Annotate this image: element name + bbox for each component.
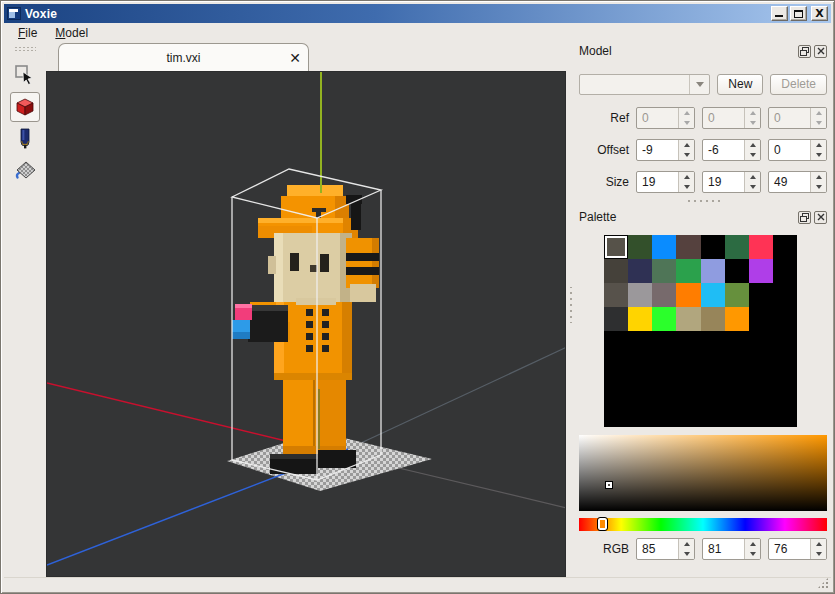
palette-dock-float-button[interactable] — [798, 211, 811, 224]
ref-z-spinbox[interactable]: 0 — [768, 107, 827, 129]
resize-grip[interactable] — [817, 577, 829, 589]
palette-swatch[interactable] — [676, 283, 700, 307]
spin-down-button[interactable] — [811, 182, 826, 192]
spin-up-button[interactable] — [679, 539, 694, 549]
spin-down-button[interactable] — [745, 118, 760, 128]
spinner-buttons[interactable] — [810, 172, 826, 192]
spinner-buttons[interactable] — [744, 108, 760, 128]
document-tab[interactable]: tim.vxi ✕ — [58, 43, 309, 72]
spinner-buttons[interactable] — [744, 172, 760, 192]
spinner-buttons[interactable] — [678, 539, 694, 559]
ref-x-spinbox[interactable]: 0 — [636, 107, 695, 129]
palette-swatch[interactable] — [701, 307, 725, 331]
palette-swatch[interactable] — [773, 307, 797, 331]
rgb-r-spinbox[interactable]: 85 — [636, 538, 695, 560]
spin-up-button[interactable] — [679, 108, 694, 118]
hue-slider[interactable] — [579, 518, 827, 531]
spin-down-button[interactable] — [811, 118, 826, 128]
rgb-b-spinbox[interactable]: 76 — [768, 538, 827, 560]
spin-down-button[interactable] — [745, 182, 760, 192]
saturation-value-picker[interactable] — [579, 435, 827, 511]
spin-up-button[interactable] — [811, 172, 826, 182]
palette-swatch[interactable] — [604, 283, 628, 307]
palette-swatch[interactable] — [652, 235, 676, 259]
size-z-spinbox[interactable]: 49 — [768, 171, 827, 193]
tab-close-button[interactable]: ✕ — [282, 47, 308, 69]
dock-splitter-handle[interactable] — [579, 193, 827, 209]
model-dock-float-button[interactable] — [798, 45, 811, 58]
viewport-3d[interactable] — [46, 71, 566, 577]
palette-swatch[interactable] — [604, 307, 628, 331]
spin-up-button[interactable] — [745, 108, 760, 118]
palette-swatch[interactable] — [628, 235, 652, 259]
new-button[interactable]: New — [717, 74, 763, 95]
palette-swatch[interactable] — [749, 259, 773, 283]
model-select-dropdown[interactable] — [579, 74, 710, 95]
palette-swatch[interactable] — [652, 283, 676, 307]
palette-swatch[interactable] — [628, 259, 652, 283]
spin-up-button[interactable] — [679, 172, 694, 182]
model-dock-close-button[interactable] — [814, 45, 827, 58]
palette-swatch[interactable] — [773, 283, 797, 307]
panel-splitter-handle[interactable] — [567, 287, 575, 323]
title-bar[interactable]: Voxie X — [4, 4, 831, 23]
minimize-button[interactable] — [771, 6, 788, 21]
spinner-buttons[interactable] — [810, 140, 826, 160]
spin-up-button[interactable] — [811, 539, 826, 549]
spin-up-button[interactable] — [811, 108, 826, 118]
palette-swatch[interactable] — [628, 307, 652, 331]
spinner-buttons[interactable] — [678, 140, 694, 160]
palette-swatch[interactable] — [676, 307, 700, 331]
menu-file[interactable]: File — [10, 24, 45, 42]
palette-swatch[interactable] — [701, 283, 725, 307]
palette-swatch[interactable] — [604, 259, 628, 283]
size-x-spinbox[interactable]: 19 — [636, 171, 695, 193]
palette-swatch[interactable] — [701, 235, 725, 259]
menu-model[interactable]: Model — [47, 24, 96, 42]
spin-up-button[interactable] — [745, 172, 760, 182]
palette-swatch[interactable] — [676, 235, 700, 259]
voxel-cube-tool-button[interactable] — [10, 92, 40, 122]
spinner-buttons[interactable] — [678, 172, 694, 192]
palette-swatch[interactable] — [773, 259, 797, 283]
palette-swatch[interactable] — [628, 283, 652, 307]
spinner-buttons[interactable] — [744, 539, 760, 559]
spinner-buttons[interactable] — [678, 108, 694, 128]
palette-swatch[interactable] — [652, 307, 676, 331]
toolbar-drag-handle[interactable] — [14, 46, 36, 53]
palette-swatch[interactable] — [749, 307, 773, 331]
palette-dock-close-button[interactable] — [814, 211, 827, 224]
select-tool-button[interactable] — [10, 60, 40, 90]
offset-y-spinbox[interactable]: -6 — [702, 139, 761, 161]
palette-swatch[interactable] — [725, 283, 749, 307]
spin-up-button[interactable] — [745, 539, 760, 549]
palette-swatch[interactable] — [749, 283, 773, 307]
palette-swatch[interactable] — [604, 235, 628, 259]
hue-marker[interactable] — [597, 517, 608, 531]
spin-down-button[interactable] — [811, 549, 826, 559]
spin-down-button[interactable] — [679, 549, 694, 559]
size-y-spinbox[interactable]: 19 — [702, 171, 761, 193]
pen-tool-button[interactable] — [10, 124, 40, 154]
spin-up-button[interactable] — [679, 140, 694, 150]
spin-down-button[interactable] — [745, 150, 760, 160]
close-button[interactable]: X — [811, 6, 828, 21]
spin-up-button[interactable] — [745, 140, 760, 150]
rgb-g-spinbox[interactable]: 81 — [702, 538, 761, 560]
sv-marker[interactable] — [605, 481, 613, 489]
palette-swatch[interactable] — [749, 235, 773, 259]
palette-swatch[interactable] — [725, 235, 749, 259]
palette-swatch[interactable] — [701, 259, 725, 283]
maximize-button[interactable] — [790, 6, 807, 21]
spinner-buttons[interactable] — [744, 140, 760, 160]
offset-z-spinbox[interactable]: 0 — [768, 139, 827, 161]
palette-swatch[interactable] — [652, 259, 676, 283]
palette-swatch[interactable] — [725, 307, 749, 331]
spin-down-button[interactable] — [679, 182, 694, 192]
spin-down-button[interactable] — [745, 549, 760, 559]
palette-swatch[interactable] — [773, 235, 797, 259]
spinner-buttons[interactable] — [810, 539, 826, 559]
ref-y-spinbox[interactable]: 0 — [702, 107, 761, 129]
offset-x-spinbox[interactable]: -9 — [636, 139, 695, 161]
palette-swatch[interactable] — [676, 259, 700, 283]
